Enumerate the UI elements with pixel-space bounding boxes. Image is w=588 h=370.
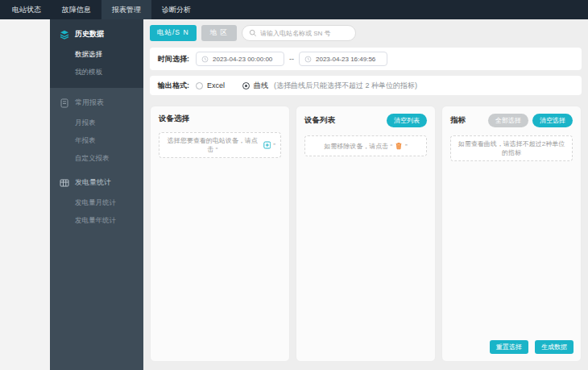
time-selection-label: 时间选择: bbox=[158, 54, 189, 64]
sidebar-item-data-selection[interactable]: 数据选择 bbox=[50, 46, 143, 64]
placeholder-text: ” bbox=[273, 142, 275, 149]
sidebar-item-my-templates[interactable]: 我的模板 bbox=[50, 64, 143, 81]
clear-selection-button[interactable]: 清空选择 bbox=[532, 114, 573, 127]
add-square-icon bbox=[263, 141, 271, 149]
end-datetime-input[interactable]: 2023-04-23 16:49:56 bbox=[299, 52, 387, 66]
output-format-label: 输出格式: bbox=[158, 81, 189, 91]
panel-title: 指标 bbox=[450, 115, 466, 126]
output-format-card: 输出格式: Excel 曲线 (选择曲线后只能选择不超过 2 种单位的指标) bbox=[150, 76, 582, 95]
sidebar-item-custom-report[interactable]: 自定义报表 bbox=[50, 150, 143, 168]
radio-note: (选择曲线后只能选择不超过 2 种单位的指标) bbox=[274, 81, 417, 91]
sidebar-item-yearly-report[interactable]: 年报表 bbox=[50, 132, 143, 150]
sidebar-group-history: 历史数据 数据选择 我的模板 bbox=[50, 19, 143, 88]
reset-selection-button[interactable]: 重置选择 bbox=[490, 340, 528, 354]
radio-label: Excel bbox=[207, 81, 225, 89]
nav-item-report-management[interactable]: 报表管理 bbox=[101, 0, 151, 19]
station-sn-toggle-button[interactable]: 电站/S N bbox=[150, 25, 197, 41]
top-navbar: 电站状态 故障信息 报表管理 诊断分析 bbox=[0, 0, 588, 19]
sidebar-item-monthly-report[interactable]: 月报表 bbox=[50, 114, 143, 132]
placeholder-text: 如需查看曲线，请选择不超过2种单位的指标 bbox=[456, 139, 567, 157]
device-list-placeholder: 如需移除设备，请点击 “ ” bbox=[304, 135, 427, 156]
clock-icon bbox=[201, 56, 209, 63]
placeholder-text: ” bbox=[405, 143, 408, 150]
sidebar: 历史数据 数据选择 我的模板 常用报表 月报表 年报表 自定义报表 bbox=[50, 19, 143, 370]
trash-icon bbox=[395, 142, 403, 150]
generate-data-button[interactable]: 生成数据 bbox=[535, 340, 574, 354]
radio-option-curve[interactable]: 曲线 (选择曲线后只能选择不超过 2 种单位的指标) bbox=[242, 81, 417, 91]
clock-icon bbox=[304, 56, 312, 63]
main-content: 电站/S N 地 区 时间选择: 2 bbox=[143, 19, 588, 370]
device-select-placeholder: 选择您要查看的电站设备，请点击 “ ” bbox=[159, 132, 281, 158]
panels-row: 设备选择 选择您要查看的电站设备，请点击 “ ” 设备列表 bbox=[150, 106, 582, 362]
filter-row: 电站/S N 地 区 bbox=[150, 25, 582, 41]
start-datetime-input[interactable]: 2023-04-23 00:00:00 bbox=[196, 52, 284, 66]
panel-indicators: 指标 全部选择 清空选择 如需查看曲线，请选择不超过2种单位的指标 重置选择 生… bbox=[441, 106, 582, 362]
sidebar-item-yearly-generation[interactable]: 发电量年统计 bbox=[50, 212, 143, 230]
radio-label: 曲线 bbox=[254, 81, 268, 91]
sidebar-section-generation-stats[interactable]: 发电量统计 bbox=[50, 168, 143, 194]
sidebar-section-label: 发电量统计 bbox=[75, 177, 111, 188]
layers-icon bbox=[60, 30, 69, 39]
sidebar-section-common-reports[interactable]: 常用报表 bbox=[50, 88, 143, 114]
panel-device-list: 设备列表 清空列表 如需移除设备，请点击 “ bbox=[296, 106, 436, 362]
time-selection-card: 时间选择: 2023-04-23 00:00:00 -- 2023-04-23 … bbox=[150, 48, 582, 70]
sidebar-section-label: 常用报表 bbox=[75, 98, 104, 108]
clear-list-button[interactable]: 清空列表 bbox=[387, 114, 427, 127]
indicators-placeholder: 如需查看曲线，请选择不超过2种单位的指标 bbox=[450, 135, 573, 161]
app-root: 电站状态 故障信息 报表管理 诊断分析 历史数据 数据选择 我的模板 bbox=[0, 0, 588, 370]
panel-device-select: 设备选择 选择您要查看的电站设备，请点击 “ ” bbox=[150, 106, 290, 362]
report-icon bbox=[60, 98, 69, 108]
radio-option-excel[interactable]: Excel bbox=[196, 81, 225, 89]
radio-circle[interactable] bbox=[196, 82, 203, 89]
sidebar-section-label: 历史数据 bbox=[75, 29, 104, 39]
start-datetime-value: 2023-04-23 00:00:00 bbox=[213, 56, 272, 63]
nav-item-diagnosis[interactable]: 诊断分析 bbox=[151, 0, 201, 19]
sidebar-section-history-data[interactable]: 历史数据 bbox=[50, 19, 143, 46]
search-icon bbox=[249, 29, 257, 37]
nav-item-station-status[interactable]: 电站状态 bbox=[2, 0, 52, 19]
panel-title: 设备选择 bbox=[159, 114, 189, 124]
table-icon bbox=[60, 178, 69, 188]
end-datetime-value: 2023-04-23 16:49:56 bbox=[316, 56, 375, 63]
left-gutter bbox=[0, 19, 50, 370]
panel-actions: 重置选择 生成数据 bbox=[490, 340, 574, 354]
sidebar-item-monthly-generation[interactable]: 发电量月统计 bbox=[50, 194, 143, 212]
radio-circle-checked[interactable] bbox=[242, 82, 250, 89]
placeholder-text: 如需移除设备，请点击 “ bbox=[324, 142, 392, 151]
region-toggle-button[interactable]: 地 区 bbox=[201, 25, 237, 41]
nav-item-fault-info[interactable]: 故障信息 bbox=[52, 0, 101, 19]
search-input[interactable] bbox=[260, 30, 349, 37]
search-box[interactable] bbox=[242, 25, 356, 41]
panel-title: 设备列表 bbox=[304, 115, 335, 126]
placeholder-text: 选择您要查看的电站设备，请点击 “ bbox=[164, 136, 261, 154]
select-all-button[interactable]: 全部选择 bbox=[488, 114, 528, 127]
time-range-separator: -- bbox=[289, 55, 294, 63]
